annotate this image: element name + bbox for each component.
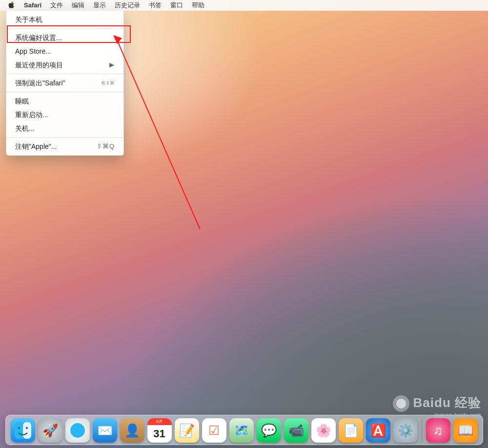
svg-rect-3 — [23, 422, 31, 439]
menubar-item-bookmarks[interactable]: 书签 — [144, 0, 166, 11]
menu-label: 睡眠 — [15, 96, 29, 106]
dock-app-reminders[interactable]: ☑︎ — [202, 418, 226, 443]
menubar-item-history[interactable]: 历史记录 — [110, 0, 144, 11]
menu-label: 强制退出"Safari" — [15, 78, 65, 88]
menubar: Safari 文件 编辑 显示 历史记录 书签 窗口 帮助 — [0, 0, 488, 11]
menu-label: 关于本机 — [15, 14, 42, 25]
dock-app-itunes[interactable]: ♫ — [426, 418, 450, 443]
reminders-icon: ☑︎ — [208, 423, 220, 438]
apple-menu-button[interactable] — [4, 0, 20, 11]
menu-label: 关机... — [15, 123, 35, 134]
menubar-item-help[interactable]: 帮助 — [187, 0, 209, 11]
menu-system-preferences[interactable]: 系统偏好设置... — [6, 31, 123, 44]
menu-label: 注销"Apple"... — [15, 141, 57, 152]
menu-app-store[interactable]: App Store... — [6, 44, 123, 58]
gear-icon: ⚙️ — [398, 423, 413, 438]
calendar-day: 31 — [147, 425, 172, 443]
dock-separator — [422, 419, 422, 443]
menu-logout[interactable]: 注销"Apple"... ⇧⌘Q — [6, 140, 123, 153]
pages-icon: 📄 — [343, 423, 359, 438]
dock-app-launchpad[interactable]: 🚀 — [38, 418, 62, 443]
dock-app-messages[interactable]: 💬 — [257, 418, 281, 443]
music-note-icon: ♫ — [433, 423, 443, 438]
apple-menu-dropdown: 关于本机 系统偏好设置... App Store... 最近使用的项目 ▶ 强制… — [6, 11, 124, 156]
menu-restart[interactable]: 重新启动... — [6, 108, 123, 122]
menu-separator — [6, 74, 123, 74]
menubar-item-file[interactable]: 文件 — [46, 0, 67, 11]
menu-separator — [6, 92, 123, 92]
menu-sleep[interactable]: 睡眠 — [6, 94, 123, 108]
dock-app-mail[interactable]: ✉️ — [93, 418, 117, 443]
dock: 🚀 ✉️ 👤 8月 31 📝 ☑︎ 🗺️ 💬 📹 🌸 📄 🅰️ — [5, 415, 483, 445]
appstore-icon: 🅰️ — [370, 423, 386, 438]
menu-shortcut: ⇧⌘Q — [97, 141, 115, 152]
dock-app-facetime[interactable]: 📹 — [284, 418, 308, 443]
finder-icon — [15, 422, 31, 439]
dock-app-photos[interactable]: 🌸 — [311, 418, 336, 443]
notes-icon: 📝 — [179, 423, 195, 438]
menu-label: App Store... — [15, 46, 51, 57]
contacts-icon: 👤 — [124, 423, 140, 438]
dock-app-calendar[interactable]: 8月 31 — [147, 418, 172, 443]
menu-recent-items[interactable]: 最近使用的项目 ▶ — [6, 58, 123, 72]
submenu-arrow-icon: ▶ — [109, 60, 115, 70]
dock-app-contacts[interactable]: 👤 — [120, 418, 144, 443]
menubar-app-name[interactable]: Safari — [20, 0, 46, 11]
menu-shortcut: ⎋⇧⌘ — [102, 78, 115, 88]
maps-icon: 🗺️ — [234, 423, 249, 438]
menubar-item-view[interactable]: 显示 — [89, 0, 110, 11]
dock-container: 🚀 ✉️ 👤 8月 31 📝 ☑︎ 🗺️ 💬 📹 🌸 📄 🅰️ — [0, 415, 488, 445]
dock-app-appstore[interactable]: 🅰️ — [366, 418, 390, 443]
dock-app-maps[interactable]: 🗺️ — [229, 418, 254, 443]
menu-separator — [6, 28, 123, 29]
dock-app-finder[interactable] — [11, 418, 35, 443]
menu-shutdown[interactable]: 关机... — [6, 122, 123, 135]
dock-app-sysprefs[interactable]: ⚙️ — [393, 418, 418, 443]
menubar-item-edit[interactable]: 编辑 — [67, 0, 89, 11]
menubar-item-window[interactable]: 窗口 — [166, 0, 187, 11]
menu-about-this-mac[interactable]: 关于本机 — [6, 13, 123, 26]
photos-icon: 🌸 — [316, 423, 331, 438]
menu-separator — [6, 137, 123, 138]
calendar-month: 8月 — [147, 418, 172, 425]
svg-point-6 — [70, 423, 85, 438]
menu-force-quit[interactable]: 强制退出"Safari" ⎋⇧⌘ — [6, 76, 123, 90]
dock-app-ibooks[interactable]: 📖 — [453, 418, 478, 443]
dock-app-notes[interactable]: 📝 — [175, 418, 199, 443]
facetime-icon: 📹 — [288, 423, 304, 438]
svg-point-4 — [18, 427, 20, 429]
compass-icon — [69, 422, 86, 439]
menu-label: 系统偏好设置... — [15, 32, 62, 43]
dock-app-safari[interactable] — [65, 418, 90, 443]
dock-app-pages[interactable]: 📄 — [339, 418, 363, 443]
mail-icon: ✉️ — [97, 423, 113, 438]
menu-label: 重新启动... — [15, 109, 48, 120]
apple-logo-icon — [8, 1, 15, 8]
svg-point-5 — [26, 427, 28, 429]
menu-label: 最近使用的项目 — [15, 60, 63, 70]
rocket-icon: 🚀 — [42, 423, 58, 438]
messages-icon: 💬 — [261, 423, 277, 438]
book-icon: 📖 — [458, 423, 473, 438]
